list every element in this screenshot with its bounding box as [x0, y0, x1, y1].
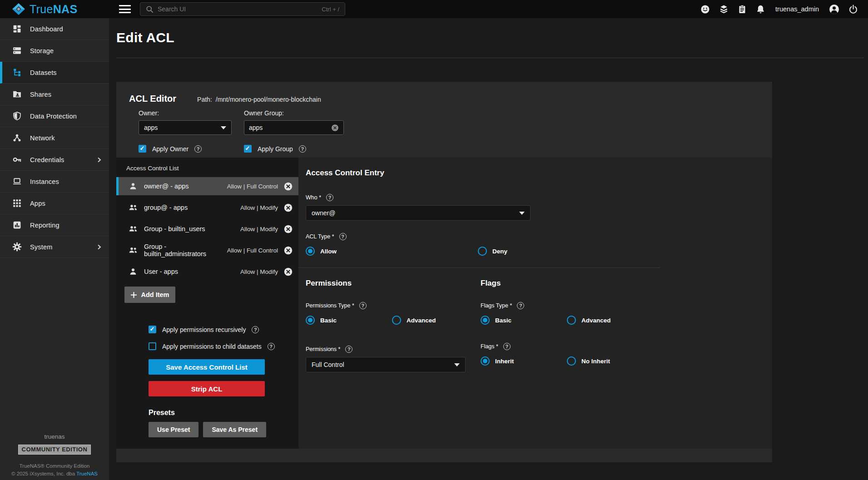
radio-allow[interactable]: Allow — [306, 247, 478, 256]
sidebar-item-label: Reporting — [30, 222, 60, 229]
feedback-smiley-icon[interactable] — [700, 5, 710, 14]
radio-flags-basic[interactable]: Basic — [481, 316, 567, 325]
sidebar-item-apps[interactable]: Apps — [0, 193, 109, 214]
radio-selected-icon — [306, 247, 315, 256]
username-label: truenas_admin — [775, 5, 819, 13]
acl-entry-builtin-administrators[interactable]: Group - builtin_administrators Allow | F… — [116, 241, 298, 259]
dataset-path: Path:/mnt/monero-pool/monero-blockchain — [197, 96, 321, 103]
sidebar-item-instances[interactable]: Instances — [0, 171, 109, 193]
help-icon[interactable] — [268, 343, 275, 350]
strip-acl-button[interactable]: Strip ACL — [149, 381, 265, 396]
remove-entry-icon[interactable] — [284, 267, 293, 276]
permissions-value: Full Control — [312, 361, 344, 368]
radio-deny[interactable]: Deny — [478, 247, 507, 256]
help-icon[interactable] — [503, 343, 511, 350]
radio-icon — [567, 356, 576, 366]
section-divider — [298, 267, 660, 268]
who-label: Who * — [306, 194, 321, 201]
sidebar-item-label: Instances — [30, 178, 59, 185]
remove-entry-icon[interactable] — [284, 225, 293, 233]
permissions-select[interactable]: Full Control — [306, 357, 466, 372]
help-icon[interactable] — [339, 233, 347, 240]
apply-recursively-checkbox[interactable] — [149, 326, 156, 333]
truenas-link[interactable]: TrueNAS — [76, 471, 98, 476]
save-acl-button[interactable]: Save Access Control List — [149, 359, 265, 375]
help-icon[interactable] — [194, 145, 202, 153]
apply-group-row: Apply Group — [244, 145, 344, 153]
radio-flags-advanced[interactable]: Advanced — [567, 316, 611, 325]
save-as-preset-button[interactable]: Save As Preset — [203, 422, 266, 437]
radio-no-inherit[interactable]: No Inherit — [567, 356, 610, 366]
flags-section: Flags Flags Type * Basic — [481, 279, 611, 372]
help-icon[interactable] — [359, 302, 367, 309]
entry-label: Group - builtin_users — [144, 225, 240, 233]
owner-value: apps — [144, 124, 158, 131]
help-icon[interactable] — [345, 346, 352, 353]
chevron-down-icon — [454, 363, 460, 366]
acl-entry-builtin-users[interactable]: Group - builtin_users Allow | Modify — [116, 220, 298, 238]
help-icon[interactable] — [326, 194, 333, 201]
title-divider — [116, 58, 864, 58]
sidebar-item-credentials[interactable]: Credentials — [0, 149, 109, 171]
topbar-actions: truenas_admin — [700, 4, 868, 15]
acl-list-title: Access Control List — [126, 165, 298, 172]
gear-icon — [12, 242, 22, 252]
owner-select[interactable]: apps — [139, 120, 232, 135]
flags-title: Flags — [481, 279, 611, 288]
permissions-type-radio-group: Basic Advanced — [306, 316, 481, 325]
sidebar-item-dashboard[interactable]: Dashboard — [0, 18, 109, 40]
radio-selected-icon — [306, 316, 315, 325]
sidenav-toggle-icon[interactable] — [119, 5, 131, 13]
remove-entry-icon[interactable] — [284, 246, 293, 255]
radio-inherit[interactable]: Inherit — [481, 356, 567, 366]
acl-entry-user-apps[interactable]: User - apps Allow | Modify — [116, 262, 298, 281]
who-select[interactable]: owner@ — [306, 205, 531, 221]
sidebar-item-data-protection[interactable]: Data Protection — [0, 105, 109, 127]
chevron-down-icon — [221, 126, 226, 129]
sidebar-item-reporting[interactable]: Reporting — [0, 214, 109, 236]
card-footer — [116, 449, 772, 462]
sidebar-item-label: Datasets — [30, 69, 57, 76]
acl-entry-owner[interactable]: owner@ - apps Allow | Full Control — [116, 177, 298, 195]
entry-label: Group - builtin_administrators — [144, 243, 227, 257]
sidebar-item-storage[interactable]: Storage — [0, 40, 109, 62]
reporting-chart-icon — [12, 220, 22, 230]
apply-group-checkbox[interactable] — [244, 145, 252, 153]
entry-permission: Allow | Modify — [240, 226, 278, 233]
power-icon[interactable] — [848, 5, 858, 14]
notifications-bell-icon[interactable] — [756, 5, 765, 14]
truenas-logo[interactable]: TrueNAS — [0, 3, 109, 15]
use-preset-button[interactable]: Use Preset — [149, 422, 198, 437]
jobs-clipboard-icon[interactable] — [738, 5, 747, 14]
radio-permissions-advanced[interactable]: Advanced — [392, 316, 436, 325]
chevron-right-icon — [96, 244, 102, 250]
ix-stack-icon[interactable] — [719, 5, 729, 14]
acl-entry-group[interactable]: group@ - apps Allow | Modify — [116, 198, 298, 217]
remove-entry-icon[interactable] — [284, 203, 293, 212]
sidebar-item-network[interactable]: Network — [0, 127, 109, 149]
sidebar-item-shares[interactable]: Shares — [0, 84, 109, 105]
edition-badge: COMMUNITY EDITION — [18, 445, 91, 455]
access-control-entry-panel: Access Control Entry Who * owner@ ACL Ty… — [298, 158, 772, 449]
help-icon[interactable] — [252, 326, 259, 333]
add-item-button[interactable]: Add Item — [124, 287, 175, 303]
remove-entry-icon[interactable] — [284, 182, 293, 191]
person-icon — [129, 182, 138, 191]
search-input[interactable]: Search UI Ctrl + / — [140, 2, 345, 16]
flags-type-radio-group: Basic Advanced — [481, 316, 611, 325]
sidebar-item-system[interactable]: System — [0, 236, 109, 258]
radio-selected-icon — [481, 356, 490, 366]
radio-permissions-basic[interactable]: Basic — [306, 316, 392, 325]
sidebar-item-datasets[interactable]: Datasets — [0, 62, 109, 84]
entry-permission: Allow | Modify — [240, 268, 278, 275]
key-icon — [12, 155, 22, 165]
owner-group-input[interactable]: apps — [244, 120, 344, 135]
permissions-section: Permissions Permissions Type * Basic — [306, 279, 481, 372]
help-icon[interactable] — [517, 302, 524, 309]
clear-input-icon[interactable] — [331, 124, 339, 132]
apply-owner-checkbox[interactable] — [139, 145, 146, 153]
user-avatar-icon[interactable] — [829, 4, 839, 15]
apply-child-datasets-checkbox[interactable] — [149, 342, 156, 350]
help-icon[interactable] — [299, 145, 306, 153]
laptop-icon — [12, 177, 22, 187]
